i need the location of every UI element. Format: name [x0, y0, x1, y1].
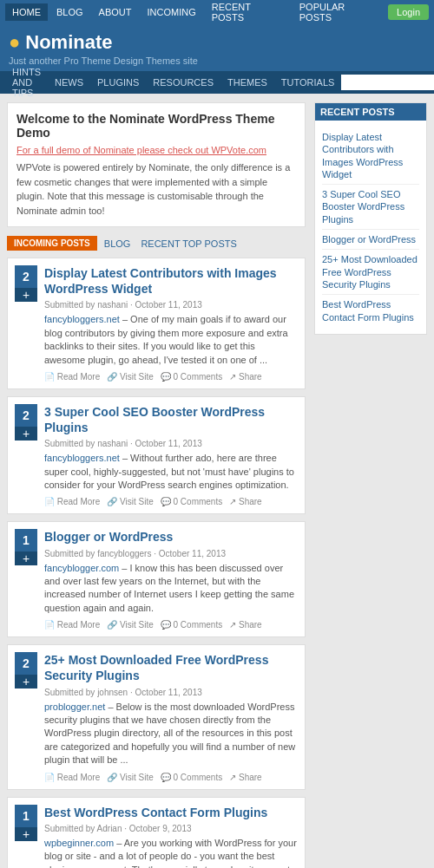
- visit-site-link[interactable]: 🔗 Visit Site: [107, 372, 154, 382]
- nav-about[interactable]: ABOUT: [92, 3, 139, 21]
- post-actions: 📄 Read More 🔗 Visit Site 💬 0 Comments ↗ …: [44, 372, 298, 382]
- site-subtitle: Just another Pro Theme Design Themes sit…: [9, 55, 425, 66]
- comments-link[interactable]: 💬 0 Comments: [161, 773, 222, 782]
- tab-incoming[interactable]: INCOMING POSTS: [7, 236, 97, 251]
- excerpt-site-link[interactable]: fancybloggers.net: [44, 314, 120, 324]
- recent-post-link[interactable]: Best WordPress Contact Form Plugins: [322, 298, 419, 323]
- recent-post-link[interactable]: 3 Super Cool SEO Booster WordPress Plugi…: [322, 188, 419, 225]
- nav-blog[interactable]: BLOG: [49, 3, 90, 21]
- list-item: 3 Super Cool SEO Booster WordPress Plugi…: [322, 185, 419, 230]
- promo-link[interactable]: For a full demo of Nominate please check…: [16, 145, 296, 155]
- search-input[interactable]: [341, 75, 434, 90]
- post-title[interactable]: Blogger or WordPress: [44, 529, 298, 545]
- sec-nav-tutorials[interactable]: TUTORIALS: [274, 74, 342, 91]
- welcome-title: Welcome to the Nominate WordPress Theme …: [16, 112, 296, 140]
- post-excerpt: wpbeginner.com – Are you working with Wo…: [44, 837, 298, 868]
- post-body: 3 Super Cool SEO Booster WordPress Plugi…: [44, 404, 298, 507]
- recent-post-link[interactable]: Display Latest Contributors with Images …: [322, 131, 419, 180]
- welcome-box: Welcome to the Nominate WordPress Theme …: [7, 102, 306, 227]
- share-link[interactable]: ↗ Share: [229, 620, 261, 630]
- post-body: Best WordPress Contact Form Plugins Subm…: [44, 805, 298, 868]
- post-item: 2 + 25+ Most Downloaded Free WordPress S…: [7, 644, 306, 789]
- share-link[interactable]: ↗ Share: [229, 372, 261, 382]
- comments-link[interactable]: 💬 0 Comments: [161, 620, 222, 630]
- recent-post-link[interactable]: Blogger or WordPress: [322, 233, 419, 245]
- comments-link[interactable]: 💬 0 Comments: [161, 497, 222, 506]
- main-content: Welcome to the Nominate WordPress Theme …: [7, 102, 306, 868]
- widget-title: RECENT POSTS: [315, 103, 426, 121]
- post-excerpt: problogger.net – Below is the most downl…: [44, 701, 298, 767]
- excerpt-site-link[interactable]: wpbeginner.com: [44, 838, 114, 848]
- sec-nav-hints[interactable]: HINTS AND TIPS: [5, 63, 48, 101]
- excerpt-site-link[interactable]: fancybloggers.net: [44, 453, 120, 463]
- sec-nav-plugins[interactable]: PLUGINS: [90, 74, 146, 91]
- post-title[interactable]: 3 Super Cool SEO Booster WordPress Plugi…: [44, 404, 298, 435]
- read-more-link[interactable]: 📄 Read More: [44, 620, 100, 630]
- recent-posts-list: Display Latest Contributors with Images …: [322, 127, 419, 327]
- secondary-navigation: HINTS AND TIPS NEWS PLUGINS RESOURCES TH…: [0, 71, 434, 94]
- read-more-link[interactable]: 📄 Read More: [44, 372, 100, 382]
- site-header: ● Nominate Just another Pro Theme Design…: [0, 24, 434, 71]
- recent-posts-widget: RECENT POSTS Display Latest Contributors…: [314, 102, 427, 335]
- post-body: Blogger or WordPress Submitted by fancyb…: [44, 529, 298, 630]
- post-meta: Submitted by nashani · October 11, 2013: [44, 300, 298, 310]
- post-item: 1 + Blogger or WordPress Submitted by fa…: [7, 521, 306, 637]
- vote-up-button[interactable]: +: [15, 288, 37, 302]
- title-bullet: ●: [9, 31, 20, 54]
- vote-box: 2 +: [15, 404, 37, 507]
- main-wrap: Welcome to the Nominate WordPress Theme …: [0, 94, 434, 868]
- share-link[interactable]: ↗ Share: [229, 497, 261, 506]
- login-button[interactable]: Login: [388, 4, 429, 20]
- sec-nav-news[interactable]: NEWS: [48, 74, 90, 91]
- nav-home[interactable]: HOME: [5, 3, 48, 21]
- vote-box: 2 +: [15, 652, 37, 781]
- visit-site-link[interactable]: 🔗 Visit Site: [107, 773, 154, 782]
- visit-site-link[interactable]: 🔗 Visit Site: [107, 497, 154, 506]
- site-title: ● Nominate: [9, 31, 425, 54]
- post-title[interactable]: Best WordPress Contact Form Plugins: [44, 805, 298, 820]
- vote-up-button[interactable]: +: [15, 551, 37, 565]
- comments-link[interactable]: 💬 0 Comments: [161, 372, 222, 382]
- sec-nav-resources[interactable]: RESOURCES: [146, 74, 220, 91]
- tab-recent[interactable]: RECENT TOP POSTS: [137, 237, 240, 251]
- post-meta: Submitted by Adrian · October 9, 2013: [44, 824, 298, 833]
- read-more-link[interactable]: 📄 Read More: [44, 773, 100, 782]
- visit-site-link[interactable]: 🔗 Visit Site: [107, 620, 154, 630]
- list-item: Best WordPress Contact Form Plugins: [322, 295, 419, 327]
- vote-count: 1: [15, 529, 37, 551]
- read-more-link[interactable]: 📄 Read More: [44, 497, 100, 506]
- vote-up-button[interactable]: +: [15, 827, 37, 841]
- post-excerpt: fancybloggers.net – Without further ado,…: [44, 452, 298, 492]
- sec-nav-themes[interactable]: THEMES: [220, 74, 274, 91]
- post-actions: 📄 Read More 🔗 Visit Site 💬 0 Comments ↗ …: [44, 497, 298, 506]
- vote-up-button[interactable]: +: [15, 675, 37, 689]
- post-title[interactable]: Display Latest Contributors with Images …: [44, 265, 298, 297]
- post-meta: Submitted by johnsen · October 11, 2013: [44, 688, 298, 697]
- vote-box: 1 +: [15, 805, 37, 868]
- post-item: 2 + 3 Super Cool SEO Booster WordPress P…: [7, 396, 306, 515]
- site-name: Nominate: [25, 31, 112, 54]
- sidebar: RECENT POSTS Display Latest Contributors…: [314, 102, 427, 868]
- welcome-text: WPVote is powered entirely by Nominate, …: [16, 160, 296, 218]
- post-item: 1 + Best WordPress Contact Form Plugins …: [7, 797, 306, 868]
- post-actions: 📄 Read More 🔗 Visit Site 💬 0 Comments ↗ …: [44, 620, 298, 630]
- list-item: Blogger or WordPress: [322, 230, 419, 250]
- post-body: Display Latest Contributors with Images …: [44, 265, 298, 382]
- vote-count: 2: [15, 404, 37, 427]
- post-excerpt: fancybloggers.net – One of my main goals…: [44, 313, 298, 367]
- top-navigation: HOME BLOG ABOUT INCOMING RECENT POSTS PO…: [0, 0, 434, 24]
- post-title[interactable]: 25+ Most Downloaded Free WordPress Secur…: [44, 652, 298, 683]
- nav-popular-posts[interactable]: POPULAR POSTS: [293, 0, 385, 26]
- tab-blog[interactable]: BLOG: [101, 237, 135, 251]
- excerpt-site-link[interactable]: problogger.net: [44, 702, 105, 712]
- share-link[interactable]: ↗ Share: [229, 773, 261, 782]
- tabs-row: INCOMING POSTS BLOG RECENT TOP POSTS: [7, 236, 306, 251]
- nav-incoming[interactable]: INCOMING: [140, 3, 202, 21]
- vote-box: 2 +: [15, 265, 37, 382]
- post-body: 25+ Most Downloaded Free WordPress Secur…: [44, 652, 298, 781]
- vote-up-button[interactable]: +: [15, 427, 37, 441]
- vote-count: 2: [15, 652, 37, 675]
- recent-post-link[interactable]: 25+ Most Downloaded Free WordPress Secur…: [322, 253, 419, 290]
- nav-recent-posts[interactable]: RECENT POSTS: [205, 0, 291, 26]
- excerpt-site-link[interactable]: fancyblogger.com: [44, 563, 119, 573]
